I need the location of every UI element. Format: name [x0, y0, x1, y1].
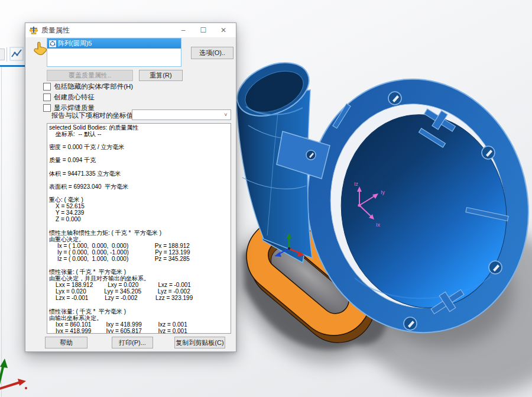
principal-axis-label-z: Iz	[354, 181, 359, 187]
checkbox[interactable]	[43, 93, 51, 101]
checkbox-row-create-com[interactable]: 创建质心特征	[43, 93, 95, 102]
help-button[interactable]: 帮助	[45, 337, 87, 348]
scale-balance-icon	[29, 25, 38, 35]
bolt-hole[interactable]	[388, 92, 401, 105]
toolbar-separator	[7, 47, 7, 62]
copy-to-clipboard-button[interactable]: 复制到剪贴板(C)	[174, 337, 225, 348]
recalculate-button[interactable]: 重算(R)	[139, 70, 183, 81]
hand-cursor-icon	[33, 41, 48, 56]
chevron-down-icon[interactable]: ˅	[221, 112, 231, 118]
checkbox-label: 创建质心特征	[54, 93, 95, 102]
dialog-titlebar[interactable]: 质量属性 – ☐ ✕	[25, 23, 236, 37]
selection-listbox[interactable]: 阵列(圆周)5	[47, 38, 181, 67]
report-coordinate-label: 报告与以下项相对的坐标值:	[51, 111, 135, 120]
graphics-area-border	[0, 65, 27, 67]
selected-list-item[interactable]: 阵列(圆周)5	[47, 38, 181, 49]
bolt-hole[interactable]	[306, 150, 316, 160]
dialog-title: 质量属性	[41, 25, 70, 35]
bolt-hole[interactable]	[404, 317, 417, 330]
panel-edge-line	[1, 67, 2, 397]
checkbox-label: 包括隐藏的实体/零部件(H)	[54, 82, 133, 91]
bolt-hole[interactable]	[489, 261, 502, 274]
close-button[interactable]: ✕	[213, 23, 233, 37]
mass-properties-results[interactable]: selected Solid Bodies: 的质量属性 坐标系: -- 默认 …	[47, 123, 231, 334]
view-orientation-triad	[0, 354, 38, 397]
circular-pattern-feature-icon	[49, 40, 56, 47]
mass-properties-text: selected Solid Bodies: 的质量属性 坐标系: -- 默认 …	[47, 124, 231, 334]
principal-axis-label-x: Ix	[376, 222, 381, 228]
bolt-hole[interactable]	[482, 146, 495, 159]
maximize-button[interactable]: ☐	[193, 23, 213, 37]
selected-item-label: 阵列(圆周)5	[58, 39, 92, 48]
evaluate-chart-icon[interactable]	[9, 47, 24, 61]
minimize-button[interactable]: –	[173, 23, 193, 37]
checkbox-row-include-hidden[interactable]: 包括隐藏的实体/零部件(H)	[43, 82, 133, 91]
coordinate-system-combobox[interactable]: ˅	[132, 109, 231, 120]
override-mass-properties-button[interactable]: 覆盖质量属性..	[47, 70, 133, 81]
principal-axis-label-y: Iy	[381, 189, 385, 195]
toolbar-button-partial[interactable]	[0, 49, 5, 60]
toolbar-fragment	[0, 44, 27, 65]
print-button[interactable]: 打印(P)...	[112, 337, 153, 348]
mass-properties-dialog: 质量属性 – ☐ ✕ 阵列(圆周)5 选项(O).. 覆盖质量属性.. 重算(R…	[25, 22, 236, 352]
checkbox[interactable]	[43, 104, 51, 112]
checkbox[interactable]	[43, 83, 51, 91]
options-button[interactable]: 选项(O)..	[191, 47, 233, 59]
